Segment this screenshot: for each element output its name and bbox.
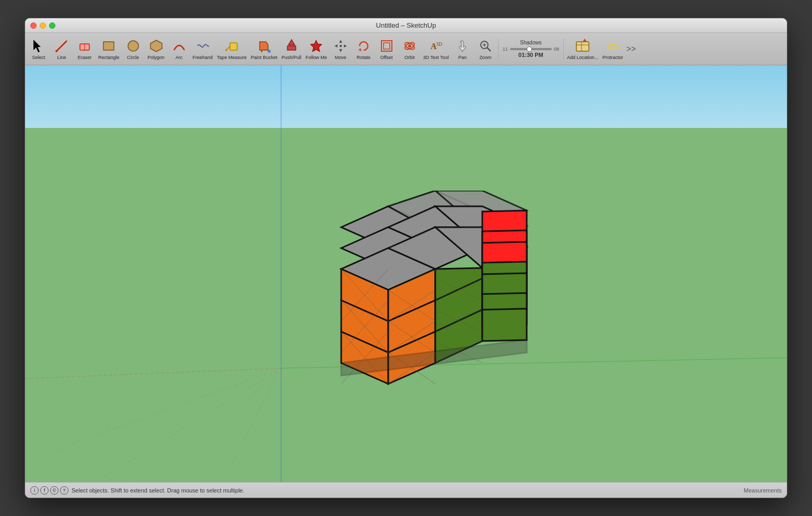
- shadows-track[interactable]: [510, 48, 552, 50]
- svg-rect-20: [381, 41, 392, 51]
- help-icon[interactable]: ?: [60, 486, 68, 495]
- follow-me-tool[interactable]: Follow Me: [304, 34, 329, 64]
- svg-marker-0: [33, 40, 41, 52]
- svg-point-9: [225, 49, 227, 51]
- facebook-icon: f: [40, 486, 49, 495]
- pan-tool[interactable]: Pan: [451, 34, 474, 64]
- title-bar: Untitled – SketchUp: [25, 18, 787, 33]
- line-label: Line: [57, 55, 66, 60]
- rotate-label: Rotate: [356, 55, 370, 60]
- toolbar-sep-2: [563, 39, 564, 60]
- line-icon: [53, 38, 70, 54]
- offset-label: Offset: [380, 55, 393, 60]
- tape-measure-tool[interactable]: Tape Measure: [215, 34, 249, 64]
- orbit-tool[interactable]: Orbit: [398, 34, 421, 64]
- close-button[interactable]: [30, 22, 37, 29]
- protractor-tool[interactable]: Protractor: [600, 34, 625, 64]
- minimize-button[interactable]: [40, 22, 46, 29]
- svg-marker-12: [288, 40, 295, 45]
- svg-point-24: [408, 44, 411, 48]
- zoom-tool[interactable]: Zoom: [474, 34, 497, 64]
- paint-bucket-tool[interactable]: Paint Bucket: [249, 34, 280, 64]
- svg-text:3D: 3D: [436, 41, 442, 47]
- orbit-icon: [401, 38, 418, 54]
- info-icon: i: [30, 486, 39, 495]
- offset-tool[interactable]: Offset: [375, 34, 398, 64]
- select-icon: [30, 38, 47, 54]
- freehand-label: Freehand: [193, 55, 213, 60]
- svg-marker-19: [358, 48, 362, 51]
- tape-measure-icon: [224, 38, 240, 54]
- svg-rect-31: [576, 42, 589, 51]
- 3d-text-icon: A 3D: [427, 38, 444, 54]
- orbit-label: Orbit: [404, 55, 415, 60]
- rotate-icon: [355, 38, 372, 54]
- cube-svg: .cube-face { stroke: #111; stroke-width:…: [260, 191, 537, 415]
- circle-label: Circle: [127, 55, 139, 60]
- arc-tool[interactable]: Arc: [168, 34, 191, 64]
- status-message: Select objects. Shift to extend select. …: [72, 487, 740, 494]
- pan-icon: [454, 38, 471, 54]
- shadows-label: Shadows: [520, 40, 541, 45]
- polygon-tool[interactable]: Polygon: [145, 34, 168, 64]
- maximize-button[interactable]: [49, 22, 55, 29]
- protractor-icon: [605, 38, 621, 54]
- time-display: 01:30 PM: [518, 52, 543, 58]
- tape-measure-label: Tape Measure: [217, 55, 247, 60]
- svg-marker-70: [482, 309, 527, 341]
- rectangle-icon: [100, 38, 117, 54]
- shadows-thumb[interactable]: [527, 46, 532, 52]
- copyright-icon: ©: [50, 486, 59, 495]
- freehand-icon: [194, 38, 211, 54]
- svg-point-10: [268, 50, 271, 53]
- svg-marker-13: [310, 40, 322, 52]
- 3d-text-tool[interactable]: A 3D 3D Text Tool: [421, 34, 451, 64]
- 3d-text-label: 3D Text Tool: [423, 55, 449, 60]
- freehand-tool[interactable]: Freehand: [191, 34, 215, 64]
- toolbar-expand[interactable]: >>: [626, 44, 636, 54]
- rubiks-cube: .cube-face { stroke: #111; stroke-width:…: [260, 191, 537, 415]
- svg-rect-21: [384, 43, 390, 49]
- polygon-icon: [148, 38, 165, 54]
- eraser-tool[interactable]: Eraser: [73, 34, 96, 64]
- viewport[interactable]: .cube-face { stroke: #111; stroke-width:…: [25, 65, 787, 482]
- push-pull-tool[interactable]: Push/Pull: [280, 34, 304, 64]
- rotate-tool[interactable]: Rotate: [352, 34, 375, 64]
- toolbar-sep-1: [498, 39, 498, 60]
- polygon-label: Polygon: [147, 55, 165, 60]
- move-tool[interactable]: Move: [329, 34, 352, 64]
- eraser-label: Eraser: [78, 55, 92, 60]
- shadows-slider[interactable]: 11 08: [503, 46, 559, 52]
- move-icon: [332, 38, 349, 54]
- paint-bucket-label: Paint Bucket: [251, 55, 277, 60]
- svg-point-6: [128, 41, 138, 51]
- zoom-icon: [477, 38, 494, 54]
- svg-line-1: [56, 41, 67, 51]
- main-window: Untitled – SketchUp Select Line: [25, 18, 787, 498]
- svg-marker-7: [150, 40, 162, 52]
- protractor-label: Protractor: [602, 55, 623, 60]
- svg-line-28: [487, 48, 491, 51]
- follow-me-label: Follow Me: [306, 55, 327, 60]
- svg-marker-16: [334, 44, 338, 48]
- circle-tool[interactable]: Circle: [122, 34, 145, 64]
- svg-point-2: [55, 50, 57, 52]
- follow-me-icon: [308, 38, 324, 54]
- window-title: Untitled – SketchUp: [376, 21, 436, 29]
- circle-icon: [125, 38, 142, 54]
- svg-marker-14: [339, 40, 342, 43]
- svg-rect-11: [287, 46, 296, 50]
- rectangle-label: Rectangle: [98, 55, 120, 60]
- eraser-icon: [76, 38, 93, 54]
- sky-background: [25, 65, 787, 128]
- line-tool[interactable]: Line: [50, 34, 73, 64]
- status-bar: i f © ? Select objects. Shift to extend …: [25, 482, 787, 498]
- measurements-label: Measurements: [744, 487, 782, 494]
- svg-rect-18: [340, 45, 342, 47]
- rectangle-tool[interactable]: Rectangle: [96, 34, 122, 64]
- select-tool[interactable]: Select: [27, 34, 50, 64]
- offset-icon: [378, 38, 395, 54]
- move-label: Move: [335, 55, 346, 60]
- add-location-icon: [574, 38, 591, 54]
- add-location-tool[interactable]: Add Location...: [565, 34, 600, 64]
